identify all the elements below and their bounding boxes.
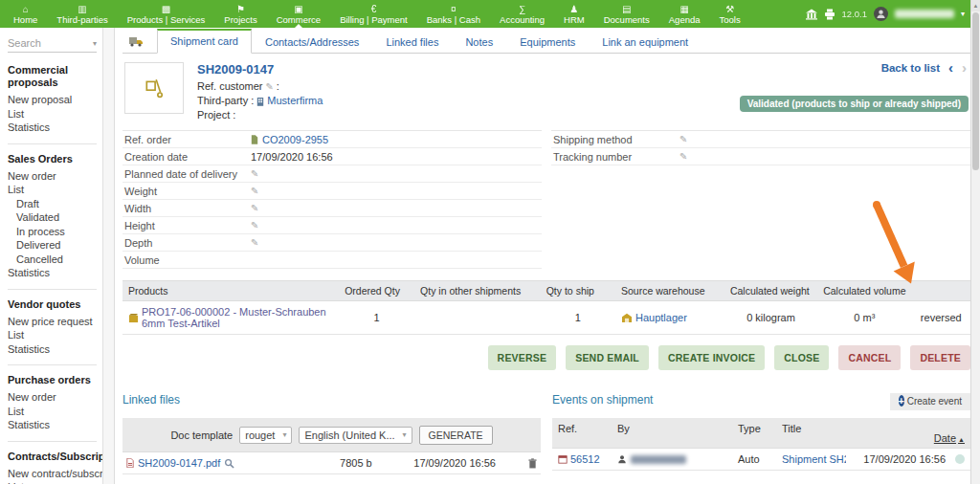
menu-accounting[interactable]: ∑Accounting [490,0,554,28]
sidebar-item-contracts-list[interactable]: List [8,480,97,484]
cancel-button[interactable]: CANCEL [838,345,901,370]
company-setup-icon[interactable] [806,9,817,20]
sidebar-item-orders-statistics[interactable]: Statistics [8,266,97,280]
search-input[interactable] [8,37,78,49]
menu-billing-payment[interactable]: €Billing | Payment [330,0,417,28]
sidebar-item-vendor-quotes-statistics[interactable]: Statistics [8,342,97,357]
third-party-link[interactable]: Musterfirma [267,94,323,108]
close-button[interactable]: CLOSE [774,345,829,370]
header-by[interactable]: By [617,423,738,434]
version-label: 12.0.1 [842,9,867,19]
sidebar-item-orders-validated[interactable]: Validated [8,210,97,225]
file-link[interactable]: SH2009-0147.pdf [138,457,220,469]
delete-button[interactable]: DELETE [910,345,970,370]
sidebar-gutter [102,28,115,484]
user-name-redacted[interactable] [895,10,954,18]
menu-home[interactable]: ⌂Home [4,0,47,28]
edit-shipping-method-icon[interactable]: ✎ [679,134,687,144]
print-icon[interactable] [824,9,835,20]
header-ref[interactable]: Ref. [558,423,617,434]
menu-documents[interactable]: ▤Documents [594,0,659,28]
event-title-link[interactable]: Shipment SH2009-0147 validated [782,453,846,465]
events-title[interactable]: Events on shipment [552,393,653,407]
menu-tools[interactable]: ⚒Tools [710,0,750,28]
field-label: Volume [124,254,251,266]
edit-ref-customer-icon[interactable]: ✎ [265,79,273,94]
agenda-icon: ▦ [679,4,688,15]
header-type[interactable]: Type [738,423,782,434]
product-link[interactable]: PRO17-06-000002 - Muster-Schrauben 6mm T… [142,306,333,329]
delete-file-icon[interactable] [528,458,537,469]
sidebar-item-purchase-orders-list[interactable]: List [8,405,97,419]
language-select[interactable]: English (United K...▾ [299,427,412,444]
scrollbar-thumb[interactable] [972,12,979,170]
commerce-icon: ▣ [294,4,302,15]
reverse-button[interactable]: REVERSE [488,345,557,370]
menu-hrm[interactable]: ♟HRM [554,0,594,28]
sidebar-item-new-price-request[interactable]: New price request [8,315,97,329]
header-date-sort[interactable]: Date▲ [934,432,965,448]
sidebar-item-proposals-statistics[interactable]: Statistics [8,121,97,135]
sidebar-item-proposals-list[interactable]: List [8,107,97,121]
menu-products-services[interactable]: ▩Products | Services [118,0,215,28]
scroll-up-icon[interactable]: ▲ [971,0,980,11]
sidebar-item-orders-in-process[interactable]: In process [8,225,97,239]
back-to-list-link[interactable]: Back to list [881,62,940,74]
sidebar-item-purchase-orders-statistics[interactable]: Statistics [8,418,97,432]
sidebar-item-orders-delivered[interactable]: Delivered [8,238,97,253]
event-author-redacted[interactable] [631,455,686,464]
search-caret-icon[interactable]: ▾ [93,39,97,48]
doc-template-select[interactable]: rouget▾ [239,427,292,444]
sidebar-item-new-purchase-order[interactable]: New order [8,390,97,405]
ref-order-link[interactable]: CO2009-2955 [262,134,328,145]
creation-date-value: 17/09/2020 16:56 [251,151,333,163]
header-title[interactable]: Title [782,423,934,434]
sidebar-item-new-proposal[interactable]: New proposal [8,93,97,107]
send-email-button[interactable]: SEND EMAIL [566,345,649,370]
event-ref-link[interactable]: 56512 [570,453,600,465]
user-menu-caret-icon[interactable]: ▾ [961,10,965,18]
field-label: Weight [124,186,251,197]
edit-height-icon[interactable]: ✎ [251,220,258,231]
event-calendar-icon [558,454,568,464]
sidebar-item-orders-list[interactable]: List [8,183,97,197]
third-party-line: Third-party : Musterfirma [197,94,323,108]
tab-link-an-equipment[interactable]: Link an equipment [589,31,702,54]
sidebar-item-vendor-quotes-list[interactable]: List [8,328,97,342]
sidebar-item-orders-cancelled[interactable]: Cancelled [8,253,97,267]
preview-magnifier-icon[interactable] [224,458,234,469]
tab-linked-files[interactable]: Linked files [372,31,452,54]
edit-planned-delivery-icon[interactable]: ✎ [251,168,258,179]
linked-files-title[interactable]: Linked files [122,393,180,407]
generate-button[interactable]: GENERATE [419,426,493,445]
page-title-shipment-ref: SH2009-0147 [197,62,323,77]
menu-banks-cash[interactable]: ¤Banks | Cash [417,0,490,28]
menu-agenda[interactable]: ▦Agenda [659,0,710,28]
edit-tracking-number-icon[interactable]: ✎ [679,151,687,162]
tab-contacts-addresses[interactable]: Contacts/Addresses [252,31,372,54]
sidebar-item-new-contract[interactable]: New contract/subscription [8,467,97,481]
menu-commerce[interactable]: ▣Commerce [267,0,330,28]
documents-icon: ▤ [622,4,631,15]
sidebar-item-orders-draft[interactable]: Draft [8,197,97,211]
sidebar-item-new-order[interactable]: New order [8,169,97,184]
next-record-icon[interactable]: › [962,62,967,74]
edit-width-icon[interactable]: ✎ [251,203,258,213]
create-invoice-button[interactable]: CREATE INVOICE [658,345,765,370]
user-avatar[interactable] [874,7,888,21]
vertical-scrollbar[interactable]: ▲ [970,0,980,484]
field-label: Shipping method [553,134,679,145]
doc-generation-bar: Doc template rouget▾ English (United K..… [122,418,541,452]
edit-weight-icon[interactable]: ✎ [251,186,258,196]
product-row: PRO17-06-000002 - Muster-Schrauben 6mm T… [122,301,970,335]
events-section: Events on shipment + Create event Ref. B… [552,393,970,474]
edit-depth-icon[interactable]: ✎ [251,237,258,248]
tab-shipment-card[interactable]: Shipment card [157,29,252,54]
tab-notes[interactable]: Notes [452,31,506,54]
warehouse-link[interactable]: Hauptlager [635,312,687,323]
create-event-button[interactable]: + Create event [890,393,970,410]
previous-record-icon[interactable]: ‹ [948,62,953,74]
menu-projects[interactable]: ⚑Projects [214,0,266,28]
tab-equipments[interactable]: Equipments [506,31,589,54]
menu-third-parties[interactable]: ▥Third-parties [47,0,117,28]
